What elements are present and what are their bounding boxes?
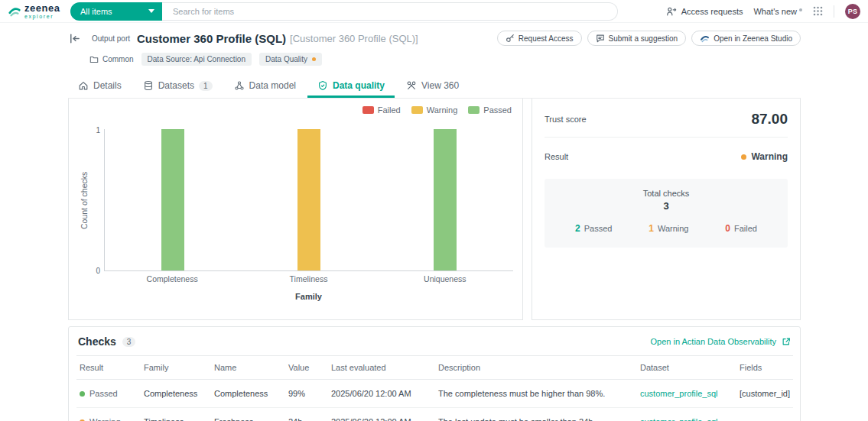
checks-title: Checks — [78, 335, 116, 348]
domain-chip: Common — [89, 55, 134, 64]
data-source-tag-label: Data Source: Api Connection — [148, 55, 245, 63]
stat-warning-label: Warning — [658, 224, 689, 233]
warning-swatch — [411, 106, 423, 114]
check-row-1-description: The completeness must be higher than 98%… — [435, 380, 637, 408]
stat-passed: 2 Passed — [575, 223, 612, 234]
whats-new-badge-dot — [799, 8, 802, 11]
topbar-right: Access requests What's new PS — [666, 4, 860, 19]
checks-stats: 2 Passed 1 Warning 0 Failed — [554, 212, 779, 234]
access-requests-icon — [666, 6, 677, 17]
legend-item-warning: Warning — [411, 105, 458, 115]
topbar: zeenea explorer All items Access request… — [0, 0, 868, 23]
check-row-2-result: Warning — [76, 408, 141, 421]
chart-legend: Failed Warning Passed — [362, 105, 512, 115]
data-quality-tag: Data Quality — [259, 53, 322, 66]
trust-score-value: 87.00 — [751, 111, 788, 128]
stat-failed-count: 0 — [725, 223, 730, 234]
header-actions: Request Access Submit a suggestion Open … — [497, 31, 801, 46]
open-in-studio-button[interactable]: Open in Zeenea Studio — [691, 31, 801, 46]
col-result: Result — [76, 355, 141, 380]
page-title: Customer 360 Profile (SQL) — [137, 32, 286, 45]
checks-by-family-chart-card: Failed Warning Passed Count of checks 1 … — [68, 99, 523, 320]
quality-summary-card: Trust score 87.00 Result Warning Total c… — [532, 99, 801, 320]
check-row-2-last-evaluated: 2025/06/20 12:00 AM — [328, 408, 435, 421]
suggestion-icon — [596, 34, 605, 43]
stat-warning-count: 1 — [649, 223, 654, 234]
search-input[interactable] — [162, 2, 618, 21]
zeenea-studio-icon — [700, 34, 710, 44]
main-content: Output port Customer 360 Profile (SQL) [… — [0, 23, 868, 421]
tab-data-quality[interactable]: Data quality — [307, 75, 395, 98]
result-status-dot — [741, 154, 746, 160]
checks-table: Result Family Name Value Last evaluated … — [76, 355, 792, 421]
submit-suggestion-button[interactable]: Submit a suggestion — [587, 31, 687, 46]
whats-new-link[interactable]: What's new — [753, 7, 802, 16]
legend-item-failed: Failed — [362, 105, 401, 115]
checks-count-badge: 3 — [122, 337, 136, 347]
check-row-1-dataset: customer_profile_sql — [637, 380, 736, 408]
check-row-2-value: 24h — [285, 408, 328, 421]
legend-failed-label: Failed — [378, 105, 401, 115]
result-status-label: Warning — [751, 151, 788, 162]
scope-selector-button[interactable]: All items — [70, 2, 162, 21]
stat-failed-label: Failed — [734, 224, 757, 233]
check-row-1-name: Completeness — [211, 380, 285, 408]
page-subtitle: [Customer 360 Profile (SQL)] — [290, 33, 418, 44]
dataset-link[interactable]: customer_profile_sql — [640, 417, 718, 421]
check-row-2-dataset: customer_profile_sql — [637, 408, 736, 421]
check-row-2-fields — [736, 408, 793, 421]
result-value: Warning — [741, 151, 788, 162]
apps-grid-button[interactable] — [813, 6, 823, 16]
bar-timeliness — [297, 129, 320, 270]
dataset-link[interactable]: customer_profile_sql — [640, 389, 718, 398]
data-source-tag: Data Source: Api Connection — [141, 53, 252, 66]
open-observability-link[interactable]: Open in Actian Data Observability — [651, 337, 791, 346]
check-row-2-family: Timeliness — [141, 408, 211, 421]
tab-view-360-label: View 360 — [421, 80, 459, 91]
tab-data-model[interactable]: Data model — [224, 75, 306, 98]
col-dataset: Dataset — [637, 355, 736, 380]
x-tick-uniqueness: Uniqueness — [377, 274, 513, 285]
tab-data-model-label: Data model — [249, 80, 296, 91]
passed-swatch — [468, 106, 480, 114]
bar-completeness — [161, 129, 184, 270]
zeenea-logo[interactable]: zeenea explorer — [8, 3, 63, 19]
y-axis-ticks: 1 0 — [90, 129, 104, 271]
tab-details[interactable]: Details — [68, 75, 132, 98]
request-access-label: Request Access — [519, 34, 574, 43]
y-tick-1: 1 — [96, 126, 100, 134]
check-row-2-result-label: Warning — [89, 417, 121, 421]
tab-datasets[interactable]: Datasets 1 — [133, 75, 223, 98]
bar-chart: Count of checks 1 0 Completeness Timelin… — [78, 129, 513, 305]
chevron-down-icon — [148, 9, 154, 13]
stat-failed: 0 Failed — [725, 223, 757, 234]
status-dot-passed — [80, 391, 85, 397]
stat-passed-count: 2 — [575, 223, 580, 234]
request-access-button[interactable]: Request Access — [497, 31, 582, 46]
open-in-studio-label: Open in Zeenea Studio — [714, 34, 792, 43]
bar-slot-completeness — [105, 129, 241, 270]
stat-passed-label: Passed — [584, 224, 613, 233]
brand-sub: explorer — [24, 14, 60, 19]
x-axis-categories: Completeness Timeliness Uniqueness — [104, 271, 513, 285]
bar-slot-uniqueness — [377, 129, 513, 270]
legend-item-passed: Passed — [468, 105, 512, 115]
col-description: Description — [435, 355, 637, 380]
result-row: Result Warning — [545, 151, 788, 162]
open-observability-label: Open in Actian Data Observability — [651, 337, 776, 346]
access-requests-label: Access requests — [681, 7, 743, 16]
back-button[interactable] — [68, 32, 81, 45]
entity-header: Output port Customer 360 Profile (SQL) [… — [68, 31, 801, 46]
tab-datasets-badge: 1 — [199, 81, 213, 91]
entity-meta: Common Data Source: Api Connection Data … — [89, 53, 801, 66]
user-avatar[interactable]: PS — [845, 4, 860, 19]
col-fields: Fields — [736, 355, 793, 380]
access-requests-link[interactable]: Access requests — [666, 6, 743, 17]
shield-check-icon — [317, 80, 328, 91]
tab-view-360[interactable]: View 360 — [396, 75, 469, 98]
y-axis-label: Count of checks — [78, 129, 90, 271]
zeenea-logo-icon — [8, 5, 21, 18]
check-row-1-result: Passed — [76, 380, 141, 408]
check-row-1-result-label: Passed — [89, 389, 118, 398]
bar-slot-timeliness — [241, 129, 377, 270]
